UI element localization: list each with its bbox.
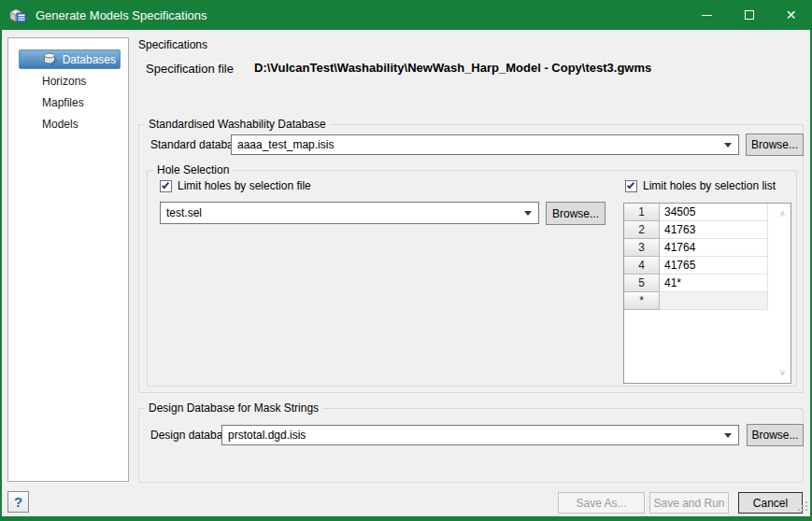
chevron-down-icon	[524, 211, 532, 216]
standard-database-browse-button[interactable]: Browse...	[746, 134, 804, 156]
hole-id-cell[interactable]: 41*	[660, 275, 768, 292]
hole-id-cell[interactable]: 41765	[660, 257, 768, 275]
sidebar-item-label: Horizons	[42, 75, 86, 88]
checkbox-label: Limit holes by selection file	[178, 179, 311, 192]
checkbox-checked-icon	[625, 180, 637, 192]
help-button[interactable]: ?	[7, 491, 29, 513]
sidebar-item-databases[interactable]: Databases	[19, 49, 121, 69]
hole-id-cell[interactable]: 41763	[660, 221, 768, 239]
row-header[interactable]: *	[624, 292, 660, 310]
sidebar-item-mapfiles[interactable]: Mapfiles	[19, 92, 121, 112]
window-title: Generate Models Specifications	[36, 8, 207, 22]
hole-id-cell[interactable]	[660, 292, 768, 310]
specification-file-path: D:\VulcanTest\Washability\NewWash_Harp_M…	[254, 61, 651, 75]
selection-file-browse-button[interactable]: Browse...	[546, 202, 605, 225]
database-icon	[43, 52, 58, 66]
limit-holes-by-selection-list-checkbox[interactable]: Limit holes by selection list	[625, 179, 776, 192]
table-row: 2 41763	[624, 221, 791, 239]
design-database-combobox[interactable]: prstotal.dgd.isis	[221, 425, 739, 445]
sidebar-item-horizons[interactable]: Horizons	[19, 71, 121, 91]
group-title: Standardised Washability Database	[145, 118, 330, 131]
close-button[interactable]: ✕	[770, 0, 812, 30]
sidebar-item-label: Mapfiles	[42, 96, 84, 109]
sidebar-item-label: Models	[42, 118, 78, 131]
table-row: 4 41765	[624, 257, 791, 275]
scroll-down-icon[interactable]: ∨	[779, 368, 786, 377]
group-title: Design Database for Mask Strings	[145, 401, 322, 415]
row-header[interactable]: 4	[624, 257, 660, 275]
window-border-left	[0, 30, 2, 521]
maximize-button[interactable]	[728, 0, 770, 30]
cancel-button[interactable]: Cancel	[738, 492, 803, 514]
generate-models-specifications-dialog: Generate Models Specifications ✕ Databas…	[0, 0, 812, 521]
minimize-icon	[702, 15, 712, 16]
specifications-section-title: Specifications	[138, 38, 207, 51]
window-controls: ✕	[686, 0, 812, 30]
chevron-down-icon	[724, 433, 732, 438]
minimize-button[interactable]	[686, 0, 728, 30]
save-and-run-button[interactable]: Save and Run	[649, 492, 729, 514]
table-row: 1 34505	[624, 204, 791, 221]
design-database-group: Design Database for Mask Strings Design …	[138, 408, 804, 483]
row-header[interactable]: 2	[624, 221, 660, 239]
close-icon: ✕	[786, 8, 797, 21]
selection-file-combobox[interactable]: test.sel	[160, 202, 539, 224]
hole-selection-list-table: 1 34505 2 41763 3 41764 4 41765 5 41*	[623, 203, 791, 384]
checkbox-checked-icon	[160, 180, 172, 192]
design-database-value: prstotal.dgd.isis	[228, 429, 306, 442]
row-header[interactable]: 5	[624, 275, 660, 292]
chevron-down-icon	[724, 143, 732, 148]
sidebar: Databases Horizons Mapfiles Models	[7, 37, 129, 482]
design-database-browse-button[interactable]: Browse...	[747, 424, 804, 446]
maximize-icon	[745, 10, 754, 20]
table-row: 5 41*	[624, 275, 791, 292]
limit-holes-by-selection-file-checkbox[interactable]: Limit holes by selection file	[160, 179, 311, 192]
hole-id-cell[interactable]: 41764	[660, 239, 768, 257]
selection-file-value: test.sel	[166, 206, 202, 219]
standard-database-value: aaaa_test_map.isis	[237, 138, 334, 151]
help-icon: ?	[14, 494, 22, 510]
hole-selection-group: Hole Selection Limit holes by selection …	[147, 170, 797, 387]
title-bar: Generate Models Specifications ✕	[0, 0, 812, 30]
scroll-up-icon[interactable]: ∧	[779, 209, 786, 218]
app-icon	[8, 7, 27, 23]
table-row-new: *	[624, 292, 791, 310]
table-row: 3 41764	[624, 239, 791, 257]
resize-grip[interactable]	[797, 500, 808, 514]
sidebar-item-models[interactable]: Models	[19, 114, 121, 134]
sidebar-item-label: Databases	[63, 53, 116, 66]
group-title: Hole Selection	[153, 163, 233, 176]
specification-file-label: Specification file	[146, 62, 234, 76]
row-header[interactable]: 3	[624, 239, 660, 257]
checkbox-label: Limit holes by selection list	[643, 179, 776, 192]
save-as-button[interactable]: Save As...	[558, 492, 645, 514]
window-border-bottom	[0, 516, 812, 521]
standardised-washability-database-group: Standardised Washability Database Standa…	[138, 124, 804, 393]
row-header[interactable]: 1	[624, 204, 660, 221]
standard-database-combobox[interactable]: aaaa_test_map.isis	[231, 134, 739, 155]
hole-id-cell[interactable]: 34505	[660, 204, 768, 221]
